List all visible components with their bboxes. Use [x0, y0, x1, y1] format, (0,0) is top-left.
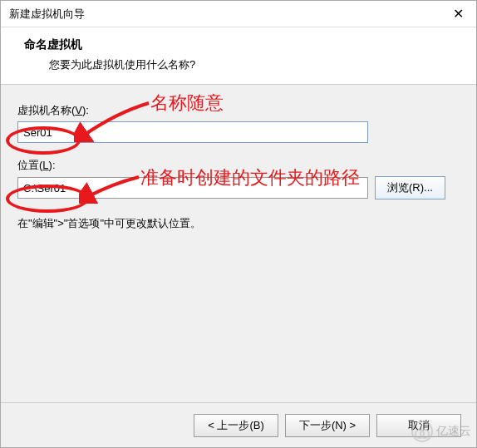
vm-location-field: 位置(L): 浏览(R)... [17, 158, 460, 199]
watermark-text: 亿速云 [436, 424, 471, 439]
back-button[interactable]: < 上一步(B) [194, 414, 278, 437]
vm-name-input[interactable] [17, 121, 368, 143]
watermark: 亿速云 [411, 421, 471, 442]
watermark-icon [411, 421, 433, 442]
vm-name-field: 虚拟机名称(V): [17, 103, 460, 143]
browse-button[interactable]: 浏览(R)... [375, 176, 445, 199]
vm-location-label: 位置(L): [17, 158, 460, 173]
header-subtitle: 您要为此虚拟机使用什么名称? [24, 57, 461, 72]
vm-location-input[interactable] [17, 177, 368, 199]
close-button[interactable]: ✕ [440, 2, 476, 27]
titlebar: 新建虚拟机向导 ✕ [1, 1, 476, 27]
header-title: 命名虚拟机 [24, 37, 461, 52]
close-icon: ✕ [453, 6, 464, 22]
vm-name-label: 虚拟机名称(V): [17, 103, 460, 118]
wizard-header: 命名虚拟机 您要为此虚拟机使用什么名称? [1, 27, 476, 85]
window-title: 新建虚拟机向导 [9, 7, 85, 22]
new-vm-wizard-dialog: 新建虚拟机向导 ✕ 命名虚拟机 您要为此虚拟机使用什么名称? 虚拟机名称(V):… [0, 0, 477, 448]
wizard-footer: < 上一步(B) 下一步(N) > 取消 [1, 402, 476, 447]
default-location-hint: 在"编辑">"首选项"中可更改默认位置。 [17, 216, 460, 231]
wizard-content: 虚拟机名称(V): 位置(L): 浏览(R)... 在"编辑">"首选项"中可更… [1, 85, 476, 402]
next-button[interactable]: 下一步(N) > [285, 414, 370, 437]
